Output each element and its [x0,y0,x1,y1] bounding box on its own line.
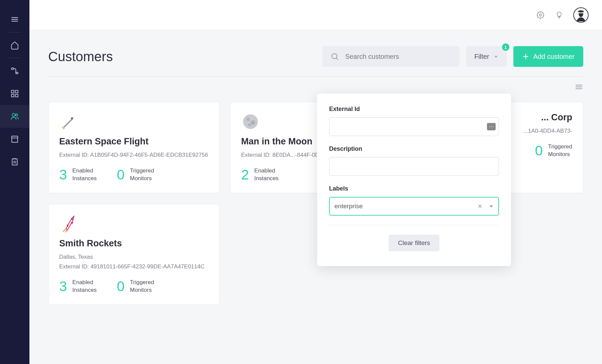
svg-point-39 [71,218,73,220]
nav-components[interactable] [0,82,29,105]
svg-point-26 [578,10,584,12]
svg-point-10 [15,114,17,116]
nav-integrations[interactable] [0,59,29,82]
search-box[interactable] [322,46,460,67]
stat-enabled-value: 3 [59,167,67,183]
stat-triggered: 0 Triggered Monitors [117,167,154,183]
search-icon [330,52,339,61]
clear-filters-button[interactable]: Clear filters [389,235,439,251]
filter-badge: 1 [502,43,509,51]
stat-triggered-label: Triggered Monitors [130,279,154,293]
svg-line-28 [336,58,338,59]
home-icon [10,41,19,49]
ellipsis-icon[interactable]: ⋯ [487,123,496,130]
svg-rect-3 [11,68,14,69]
users-icon [10,112,19,121]
view-toggle[interactable] [575,83,583,93]
stat-enabled: 3 Enabled Instances [59,278,97,294]
svg-point-37 [250,120,255,125]
svg-line-21 [542,17,543,17]
list-icon [575,83,583,91]
svg-line-22 [538,17,539,17]
header-actions: Filter 1 Add customer [322,46,583,67]
nav-customers[interactable] [0,105,29,128]
stat-triggered-value: 0 [117,278,124,294]
page-title: Customers [48,49,113,64]
customer-name: Smith Rockets [59,238,208,249]
menu-toggle[interactable] [0,8,29,31]
main: Customers Filter 1 Add customer [29,0,602,364]
stat-enabled-label: Enabled Instances [72,279,97,293]
clear-icon[interactable] [477,203,483,209]
nav-marketplace[interactable] [0,128,29,150]
stat-enabled-label: Enabled Instances [254,167,279,182]
description-input[interactable] [329,157,499,176]
svg-marker-42 [490,206,493,208]
store-icon [10,135,19,143]
svg-point-34 [71,117,73,119]
card-stats: 3 Enabled Instances 0 Triggered Monitors [59,167,208,183]
plus-icon [522,53,529,60]
header-row: Customers Filter 1 Add customer [48,46,583,67]
external-id-input[interactable] [329,117,499,136]
svg-rect-11 [12,159,17,165]
svg-point-9 [12,113,15,116]
labels-value: enterprise [334,203,477,210]
svg-rect-7 [11,94,14,97]
svg-point-38 [248,124,251,126]
divider [8,58,21,58]
add-button-label: Add customer [533,53,575,60]
topbar [29,0,602,30]
bulb-icon [555,11,563,19]
customer-card[interactable]: Smith Rockets Dallas, Texas External ID:… [48,204,219,305]
clipboard-icon [10,157,19,166]
add-customer-button[interactable]: Add customer [513,46,583,67]
filter-field-external-id: External Id ⋯ [329,106,499,136]
avatar[interactable] [573,7,589,23]
stat-triggered-label: Triggered Monitors [130,167,154,182]
filter-field-description: Description [329,145,499,176]
nav-logs[interactable] [0,150,29,173]
stat-enabled: 2 Enabled Instances [241,167,279,183]
stat-triggered: 0 Triggered Monitors [535,143,573,159]
customer-external-id: External ID: A1B05F4D-94F2-46F5-AD6E-EDC… [59,151,208,159]
stat-enabled-label: Enabled Instances [72,167,97,182]
divider [329,225,499,225]
filter-field-labels: Labels enterprise [329,185,499,216]
stat-triggered-value: 0 [117,167,124,183]
stat-enabled-value: 2 [241,167,249,183]
settings-button[interactable] [536,10,545,20]
stat-enabled-value: 3 [59,278,67,294]
customer-icon [59,112,78,131]
description-label: Description [329,145,499,152]
customer-icon [59,214,78,233]
search-input[interactable] [345,53,452,60]
svg-point-27 [332,53,337,58]
svg-rect-8 [15,94,18,97]
chevron-down-icon [493,54,499,59]
stat-triggered-label: Triggered Monitors [548,143,572,158]
customer-location: Dallas, Texas [59,253,208,261]
svg-line-20 [538,12,539,13]
svg-point-35 [243,114,258,129]
avatar-icon [573,7,589,23]
svg-point-15 [539,14,542,16]
svg-line-23 [542,12,543,13]
svg-rect-6 [15,90,18,93]
content: Customers Filter 1 Add customer [29,30,602,364]
nav-home[interactable] [0,34,29,56]
customer-card[interactable]: Eastern Space Flight External ID: A1B05F… [48,102,219,193]
filter-button[interactable]: Filter 1 [466,46,506,67]
customer-name: Eastern Space Flight [59,136,208,147]
dropdown-icon[interactable] [489,204,494,209]
filter-panel: External Id ⋯ Description Labels enterpr… [317,94,511,266]
hamburger-icon [10,15,19,24]
gear-icon [536,11,545,19]
customer-icon [241,112,260,131]
stat-triggered-value: 0 [535,143,543,159]
list-toolbar [48,76,583,93]
labels-input[interactable]: enterprise [329,197,499,216]
help-button[interactable] [555,10,564,20]
divider [8,32,21,32]
customer-external-id: External ID: 49181011-665F-4232-99DE-AA7… [59,262,208,271]
